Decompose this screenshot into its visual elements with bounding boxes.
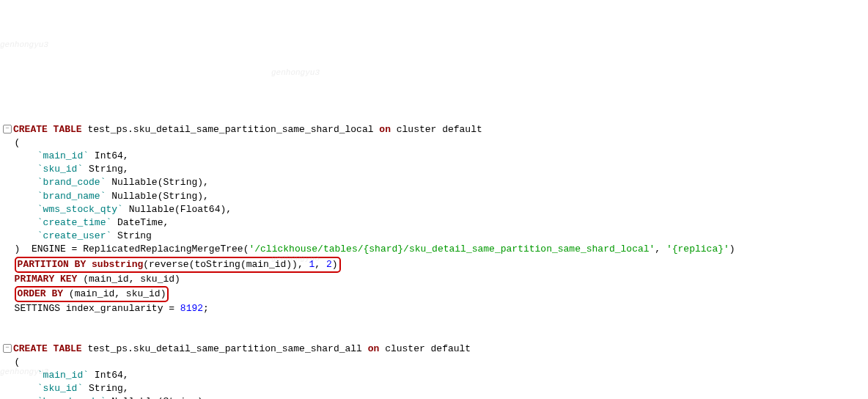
col-main-id-type: Int64, (89, 370, 129, 381)
paren: ( (15, 137, 21, 148)
paren-close: ) (729, 244, 735, 255)
primary-keyword: PRIMARY KEY (15, 274, 78, 285)
highlight-partition: PARTITION BY substring(reverse(toString(… (15, 257, 341, 273)
collapse-icon[interactable]: − (3, 125, 12, 133)
engine-path: '/clickhouse/tables/{shard}/sku_detail_s… (249, 244, 655, 255)
cluster-text: cluster default (397, 124, 482, 135)
substring-keyword: substring (92, 259, 143, 270)
on-keyword: on (379, 124, 391, 135)
comma: , (315, 259, 326, 270)
primary-args: (main_id, sku_id) (77, 274, 180, 285)
cluster-text: cluster default (385, 343, 471, 354)
col-brand-name-type: Nullable(String), (106, 191, 208, 202)
col-create-time-type: DateTime, (111, 217, 169, 228)
on-keyword: on (368, 343, 380, 354)
table-name: test_ps.sku_detail_same_partition_same_s… (87, 124, 373, 135)
partition-keyword: PARTITION BY (18, 259, 87, 270)
col-main-id-type: Int64, (89, 150, 129, 161)
col-main-id: `main_id` (37, 150, 89, 161)
col-brand-code: `brand_code` (37, 177, 106, 188)
order-keyword: ORDER BY (18, 288, 63, 299)
partition-args: (reverse(toString(main_id)), (143, 259, 309, 270)
col-main-id: `main_id` (37, 370, 89, 381)
code-block-1: −CREATE TABLE test_ps.sku_detail_same_pa… (3, 123, 865, 329)
create-keyword: CREATE TABLE (13, 343, 82, 354)
col-sku-id-type: String, (83, 164, 128, 175)
col-brand-code: `brand_code` (37, 396, 106, 399)
watermark: genhongyu3 (271, 67, 320, 78)
col-wms: `wms_stock_qty` (37, 204, 123, 215)
engine-replica: '{replica}' (666, 244, 729, 255)
col-create-user-type: String (111, 230, 152, 241)
col-sku-id-type: String, (83, 383, 128, 394)
col-create-user: `create_user` (37, 230, 111, 241)
order-args: (main_id, sku_id) (63, 288, 166, 299)
watermark: genhongyu3 (0, 40, 48, 51)
col-sku-id: `sku_id` (37, 164, 83, 175)
create-keyword: CREATE TABLE (13, 124, 82, 135)
col-brand-code-type: Nullable(String), (106, 396, 208, 399)
paren-close: ) (332, 259, 338, 270)
col-wms-type: Nullable(Float64), (123, 204, 232, 215)
settings-line: SETTINGS index_granularity = (15, 303, 180, 314)
num2: 2 (326, 259, 332, 270)
col-brand-code-type: Nullable(String), (106, 177, 208, 188)
highlight-orderby: ORDER BY (main_id, sku_id) (15, 286, 169, 302)
paren: ( (15, 356, 21, 367)
col-create-time: `create_time` (37, 217, 111, 228)
col-brand-name: `brand_name` (37, 191, 106, 202)
col-sku-id: `sku_id` (37, 383, 83, 394)
collapse-icon[interactable]: − (3, 344, 12, 353)
code-block-2: −CREATE TABLE test_ps.sku_detail_same_pa… (3, 343, 865, 399)
semicolon: ; (203, 303, 209, 314)
engine-line: ) ENGINE = ReplicatedReplacingMergeTree( (15, 244, 249, 255)
table-name: test_ps.sku_detail_same_partition_same_s… (87, 343, 361, 354)
settings-val: 8192 (180, 303, 203, 314)
comma: , (655, 244, 666, 255)
